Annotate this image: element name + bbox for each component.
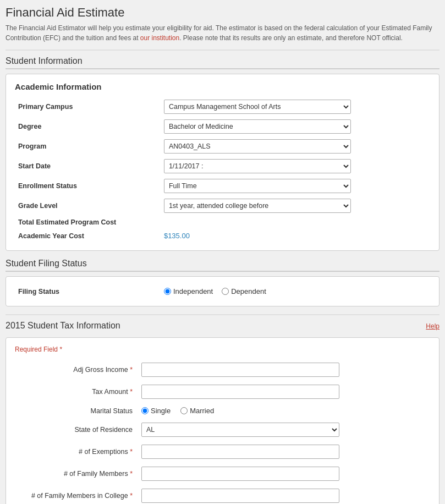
filing-status-table: Filing Status Independent Dependent [15,284,430,298]
adj-gross-income-row: Adj Gross Income * [15,359,430,381]
enrollment-status-row: Enrollment Status Full Time Part Time [15,176,430,196]
num-exemptions-input[interactable] [141,445,339,459]
independent-label: Independent [173,287,213,295]
single-radio[interactable] [141,407,149,414]
num-family-in-college-input[interactable] [141,489,339,503]
state-of-residence-select[interactable]: AL AK AZ AR CA CO CT DE FL GA [141,423,339,437]
married-label: Married [190,407,214,415]
page-title: Financial Aid Estimate [6,6,439,20]
dependent-radio[interactable] [222,288,229,295]
marital-status-row: Marital Status Single Married [15,403,430,419]
start-date-select[interactable]: 1/11/2017 : [164,159,351,173]
start-date-label: Start Date [15,156,161,176]
married-radio[interactable] [180,407,188,414]
independent-option[interactable]: Independent [164,287,213,295]
our-institution-link[interactable]: our institution [140,34,179,42]
filing-status-row: Filing Status Independent Dependent [15,284,430,298]
marital-options: Single Married [141,407,427,415]
enrollment-status-label: Enrollment Status [15,176,161,196]
num-family-in-college-row: # of Family Members in College * [15,485,430,504]
married-option[interactable]: Married [180,407,214,415]
num-family-in-college-label: # of Family Members in College * [15,485,136,504]
num-family-members-label: # of Family Members * [15,463,136,485]
academic-information-card: Academic Information Primary Campus Camp… [6,74,439,251]
marital-status-label: Marital Status [15,403,136,419]
filing-status-label: Filing Status [15,284,161,298]
academic-year-cost-label: Academic Year Cost [15,229,161,243]
filing-status-header: Student Filing Status [6,259,439,272]
degree-label: Degree [15,117,161,136]
program-label: Program [15,136,161,156]
num-family-members-input[interactable] [141,467,339,481]
primary-campus-select[interactable]: Campus Management School of Arts [164,100,351,114]
grade-level-row: Grade Level 1st year, attended college b… [15,196,430,216]
single-label: Single [151,407,171,415]
grade-level-select[interactable]: 1st year, attended college before [164,199,351,213]
tax-info-card: Required Field * Adj Gross Income * Tax … [6,337,439,504]
degree-row: Degree Bachelor of Medicine [15,117,430,136]
required-field-note: Required Field * [15,346,430,353]
program-select[interactable]: AN0403_ALS [164,139,351,154]
academic-year-cost-row: Academic Year Cost $135.00 [15,229,430,243]
tax-amount-row: Tax Amount * [15,381,430,403]
adj-gross-income-label: Adj Gross Income * [15,359,136,381]
num-exemptions-row: # of Exemptions * [15,441,430,463]
intro-text: The Financial Aid Estimator will help yo… [6,23,439,43]
start-date-row: Start Date 1/11/2017 : [15,156,430,176]
enrollment-status-select[interactable]: Full Time Part Time [164,179,351,193]
single-option[interactable]: Single [141,407,171,415]
student-information-header: Student Information [6,56,439,69]
dependent-label: Dependent [231,287,266,295]
filing-status-options: Independent Dependent [164,287,427,295]
dependent-option[interactable]: Dependent [222,287,266,295]
primary-campus-row: Primary Campus Campus Management School … [15,97,430,117]
num-exemptions-label: # of Exemptions * [15,441,136,463]
num-family-members-row: # of Family Members * [15,463,430,485]
primary-campus-label: Primary Campus [15,97,161,117]
tax-amount-label: Tax Amount * [15,381,136,403]
state-of-residence-label: State of Residence [15,419,136,441]
program-row: Program AN0403_ALS [15,136,430,156]
state-of-residence-row: State of Residence AL AK AZ AR CA CO CT … [15,419,430,441]
filing-status-card: Filing Status Independent Dependent [6,276,439,306]
academic-year-cost-value: $135.00 [161,229,430,243]
total-cost-row: Total Estimated Program Cost [15,216,430,229]
tax-info-header: 2015 Student Tax Information [6,321,120,333]
academic-form-table: Primary Campus Campus Management School … [15,97,430,243]
tax-amount-input[interactable] [141,385,339,399]
adj-gross-income-input[interactable] [141,363,339,377]
grade-level-label: Grade Level [15,196,161,216]
academic-card-title: Academic Information [15,82,430,91]
help-link[interactable]: Help [426,322,439,330]
independent-radio[interactable] [164,288,171,295]
tax-info-table: Adj Gross Income * Tax Amount * Marital … [15,359,430,504]
tax-info-header-row: 2015 Student Tax Information Help [6,321,439,333]
degree-select[interactable]: Bachelor of Medicine [164,119,351,134]
total-cost-label: Total Estimated Program Cost [15,216,430,229]
